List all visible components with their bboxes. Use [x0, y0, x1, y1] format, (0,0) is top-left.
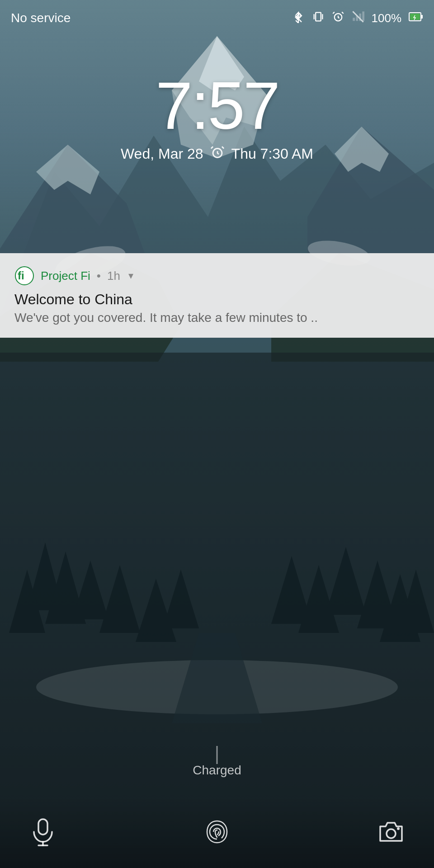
no-service-label: No service	[11, 11, 71, 25]
signal-icon	[352, 10, 364, 26]
bottom-bar	[0, 796, 434, 868]
svg-rect-42	[38, 819, 47, 835]
notification-title: Welcome to China	[14, 291, 420, 308]
notification-app-name: Project Fi	[41, 269, 90, 283]
alarm-status-icon	[332, 10, 344, 26]
svg-rect-34	[362, 11, 364, 21]
alarm-time-text: Thu 7:30 AM	[231, 146, 313, 162]
fingerprint-button[interactable]	[201, 816, 233, 848]
bluetooth-icon	[292, 10, 305, 26]
charged-label: Charged	[193, 763, 241, 778]
svg-rect-29	[316, 12, 321, 21]
alarm-inline-icon	[210, 145, 225, 163]
notification-header: fi Project Fi • 1h ▾	[14, 266, 420, 286]
status-right: 100%	[292, 10, 424, 26]
date-text: Wed, Mar 28	[121, 146, 203, 162]
svg-text:fi: fi	[18, 269, 24, 282]
camera-button[interactable]	[375, 816, 407, 848]
clock-area: 7:57 Wed, Mar 28 Thu 7:30 AM	[0, 72, 434, 163]
clock-date: Wed, Mar 28 Thu 7:30 AM	[0, 145, 434, 163]
battery-icon	[409, 10, 423, 26]
notification-body: We've got you covered. It may take a few…	[14, 311, 420, 325]
status-left: No service	[11, 11, 71, 25]
svg-rect-31	[353, 18, 355, 21]
svg-point-45	[387, 829, 396, 838]
battery-percentage: 100%	[372, 11, 402, 25]
status-bar: No service	[0, 0, 434, 36]
vibrate-icon	[312, 10, 325, 26]
charging-indicator	[217, 746, 218, 764]
notification-card[interactable]: fi Project Fi • 1h ▾ Welcome to China We…	[0, 253, 434, 338]
project-fi-logo: fi	[14, 266, 34, 286]
microphone-button[interactable]	[27, 816, 59, 848]
clock-time: 7:57	[0, 72, 434, 139]
svg-point-46	[397, 827, 400, 830]
notification-time: 1h	[107, 269, 120, 283]
notification-chevron-icon[interactable]: ▾	[128, 270, 133, 282]
svg-rect-37	[421, 15, 423, 19]
notification-dot: •	[97, 269, 101, 283]
